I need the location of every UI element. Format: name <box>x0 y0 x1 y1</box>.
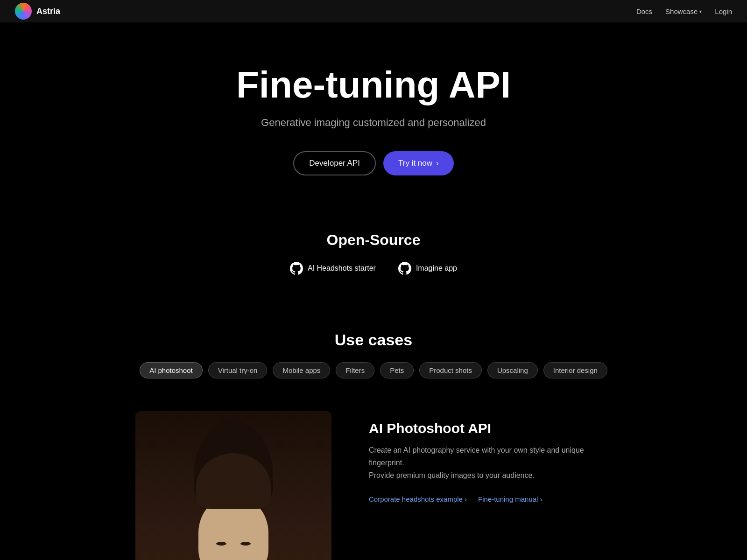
imagine-label: Imagine app <box>416 264 457 273</box>
content-desc-line2: Provide premium quality images to your a… <box>369 471 535 479</box>
content-links: Corporate headshots example › Fine-tunin… <box>369 495 612 503</box>
headshots-label: AI Headshots starter <box>308 264 376 273</box>
corporate-headshots-label: Corporate headshots example <box>369 495 463 503</box>
content-desc-line1: Create an AI photography service with yo… <box>369 446 584 467</box>
try-it-now-button[interactable]: Try it now › <box>383 151 454 175</box>
logo-icon <box>15 3 32 20</box>
use-cases-tabs: AI photoshoot Virtual try-on Mobile apps… <box>9 362 738 378</box>
nav-left: Astria <box>15 3 60 20</box>
developer-api-button[interactable]: Developer API <box>293 151 376 175</box>
brand-name[interactable]: Astria <box>36 7 60 16</box>
nav-right: Docs Showcase ▾ Login <box>636 7 732 15</box>
imagine-link[interactable]: Imagine app <box>398 262 457 275</box>
nav-showcase-link[interactable]: Showcase ▾ <box>665 7 702 15</box>
headshots-link[interactable]: AI Headshots starter <box>290 262 376 275</box>
hero-subtitle: Generative imaging customized and person… <box>9 117 738 129</box>
portrait-eyes <box>210 542 257 546</box>
hero-buttons: Developer API Try it now › <box>9 151 738 175</box>
use-cases-section: Use cases AI photoshoot Virtual try-on M… <box>0 312 747 411</box>
open-source-title: Open-Source <box>9 231 738 249</box>
tab-ai-photoshoot[interactable]: AI photoshoot <box>140 362 203 378</box>
showcase-label: Showcase <box>665 7 698 15</box>
tab-pets[interactable]: Pets <box>380 362 414 378</box>
hero-section: Fine-tuning API Generative imaging custo… <box>0 22 747 203</box>
fine-tuning-manual-link[interactable]: Fine-tuning manual › <box>478 495 542 503</box>
open-source-section: Open-Source AI Headshots starter Imagine… <box>0 203 747 312</box>
navbar: Astria Docs Showcase ▾ Login <box>0 0 747 22</box>
tab-mobile-apps[interactable]: Mobile apps <box>273 362 330 378</box>
open-source-links: AI Headshots starter Imagine app <box>9 262 738 275</box>
tab-virtual-try-on[interactable]: Virtual try-on <box>208 362 268 378</box>
fine-tuning-label: Fine-tuning manual <box>478 495 538 503</box>
portrait-image <box>135 411 331 560</box>
content-section: AI Photoshoot API Create an AI photograp… <box>117 411 630 560</box>
nav-login-link[interactable]: Login <box>715 7 732 15</box>
chevron-down-icon: ▾ <box>699 9 702 14</box>
tab-upscaling[interactable]: Upscaling <box>487 362 538 378</box>
example-arrow-icon: › <box>465 495 467 503</box>
github-icon-1 <box>290 262 303 275</box>
content-info: AI Photoshoot API Create an AI photograp… <box>369 411 612 503</box>
portrait-background <box>135 411 331 560</box>
tab-interior-design[interactable]: Interior design <box>543 362 607 378</box>
hero-title: Fine-tuning API <box>9 64 738 105</box>
tab-filters[interactable]: Filters <box>336 362 374 378</box>
github-icon-2 <box>398 262 411 275</box>
use-cases-title: Use cases <box>9 331 738 349</box>
arrow-icon: › <box>436 159 439 168</box>
content-description: Create an AI photography service with yo… <box>369 444 612 482</box>
corporate-headshots-link[interactable]: Corporate headshots example › <box>369 495 467 503</box>
tab-product-shots[interactable]: Product shots <box>419 362 482 378</box>
content-api-title: AI Photoshoot API <box>369 420 612 436</box>
manual-arrow-icon: › <box>540 495 542 503</box>
try-it-now-label: Try it now <box>398 159 432 168</box>
nav-docs-link[interactable]: Docs <box>636 7 652 15</box>
